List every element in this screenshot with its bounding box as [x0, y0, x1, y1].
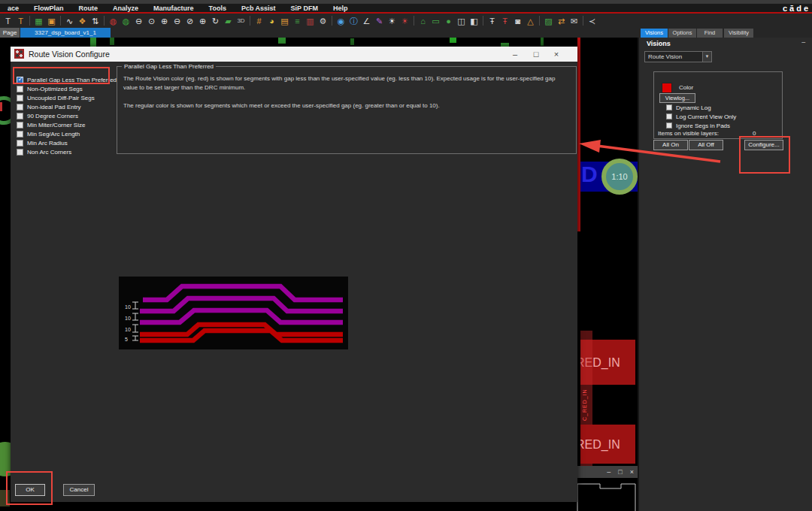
vision-item-parallel-gap-less-than-preferred[interactable]: Parallel Gap Less Than Preferred [17, 75, 117, 84]
view-3d-icon[interactable]: 3D [235, 15, 247, 27]
label-warning-icon[interactable]: △ [524, 15, 537, 27]
text-doc-edit-icon[interactable]: T [14, 15, 27, 27]
toolbar-separator [539, 16, 540, 26]
vision-item-min-arc-radius-checkbox[interactable] [17, 140, 23, 147]
tab-page[interactable]: Page [0, 28, 20, 38]
settings-doc-icon[interactable]: ⚙ [317, 15, 329, 27]
vision-item-90-degree-corners-checkbox[interactable] [17, 113, 23, 119]
panel-tab-options[interactable]: Options [668, 29, 696, 38]
all-on-button[interactable]: All On [653, 140, 688, 150]
text-doc-icon[interactable]: T [2, 15, 14, 27]
pcb-dark-shape [0, 490, 10, 506]
vision-item-non-ideal-pad-entry[interactable]: Non-ideal Pad Entry [17, 102, 117, 111]
panel-tab-visions[interactable]: Visions [641, 29, 668, 38]
vision-item-min-arc-radius[interactable]: Min Arc Radius [17, 138, 117, 147]
panel-option-log-current-view-only[interactable]: Log Current View Only [666, 112, 736, 121]
target-green-icon[interactable]: ◍ [120, 15, 132, 27]
report-icon[interactable]: ▥ [304, 15, 317, 27]
pin-place-icon[interactable]: Ŧ [486, 15, 498, 27]
vision-item-min-seg-arc-length-label: Min Seg/Arc Length [27, 131, 80, 138]
panel-tab-find[interactable]: Find [697, 29, 723, 38]
circle-add-icon[interactable]: ● [442, 15, 455, 27]
vision-item-non-arc-corners-checkbox[interactable] [17, 149, 23, 156]
pin-delete-icon[interactable]: Ŧ [498, 15, 511, 27]
fill-contrast-icon[interactable]: ◧ [468, 15, 480, 27]
zoom-out-icon[interactable]: ⊖ [171, 15, 183, 27]
cancel-button[interactable]: Cancel [63, 484, 95, 496]
zoom-out-box-icon[interactable]: ⊖ [132, 15, 145, 27]
panel-option-log-current-view-only-checkbox[interactable] [666, 113, 672, 119]
color-wheel-icon[interactable]: ◕ [265, 15, 278, 27]
vision-item-parallel-gap-less-than-preferred-checkbox[interactable] [17, 77, 23, 83]
pin-stitch-icon[interactable]: ⇅ [89, 15, 102, 27]
pcb-3d-icon[interactable]: ▰ [222, 15, 235, 27]
panel-option-dynamic-log[interactable]: Dynamic Log [666, 103, 736, 112]
photo-doc-icon[interactable]: ▨ [542, 15, 555, 27]
description-group-title: Parallel Gap Less Than Preferred [122, 63, 216, 70]
share-icon[interactable]: ≺ [586, 15, 598, 27]
zoom-fit-icon[interactable]: ⊕ [196, 15, 209, 27]
all-off-button[interactable]: All Off [689, 140, 723, 150]
zoom-points-icon[interactable]: ⊙ [145, 15, 158, 27]
vision-item-non-ideal-pad-entry-checkbox[interactable] [17, 104, 23, 110]
chip-orange-icon[interactable]: ▣ [45, 15, 58, 27]
zoom-selection-icon[interactable]: ⊘ [183, 15, 196, 27]
mdi-minimize-button[interactable]: – [603, 468, 614, 476]
color-label: Color [679, 84, 693, 91]
vision-item-non-arc-corners[interactable]: Non Arc Corners [17, 147, 117, 156]
vision-item-90-degree-corners[interactable]: 90 Degree Corners [17, 111, 117, 120]
mdi-restore-button[interactable]: □ [614, 468, 626, 476]
panel-tab-visibility[interactable]: Visibility [724, 29, 753, 38]
vision-item-uncoupled-diff-pair-segs[interactable]: Uncoupled Diff-Pair Segs [17, 93, 117, 102]
vision-item-min-arc-radius-label: Min Arc Radius [27, 140, 68, 147]
folder-options-icon[interactable]: ▤ [278, 15, 291, 27]
dehighlight-icon[interactable]: ☀ [398, 15, 411, 27]
note-add-icon[interactable]: ▭ [429, 15, 442, 27]
swap-icon[interactable]: ⇄ [555, 15, 568, 27]
visibility-eye-icon[interactable]: ◉ [335, 15, 347, 27]
panel-option-dynamic-log-label: Dynamic Log [676, 104, 711, 111]
dialog-close-button[interactable]: × [549, 48, 564, 60]
mdi-close-button[interactable]: × [626, 468, 638, 476]
doc-info-icon[interactable]: ⓘ [347, 15, 360, 27]
vision-item-min-seg-arc-length-checkbox[interactable] [17, 131, 23, 138]
redraw-icon[interactable]: ↻ [209, 15, 222, 27]
dialog-title-bar[interactable]: Route Vision Configure – □ × [11, 47, 577, 62]
measure-icon[interactable]: ∠ [360, 15, 373, 27]
configure-button[interactable]: Configure... [744, 140, 783, 150]
shape-add-icon[interactable]: ⌂ [417, 15, 429, 27]
grab-hand-icon[interactable]: ❖ [76, 15, 89, 27]
grid-icon[interactable]: # [253, 15, 265, 27]
highlight-icon[interactable]: ☀ [386, 15, 398, 27]
vision-item-non-optimized-segs[interactable]: Non-Optimized Segs [17, 84, 117, 93]
vision-color-swatch[interactable] [662, 83, 672, 93]
panel-option-dynamic-log-checkbox[interactable] [666, 104, 672, 110]
vision-item-non-optimized-segs-checkbox[interactable] [17, 86, 23, 92]
dialog-maximize-button[interactable]: □ [529, 48, 544, 60]
dialog-minimize-button[interactable]: – [508, 48, 523, 60]
target-red-icon[interactable]: ◍ [107, 15, 120, 27]
artwork-brush-icon[interactable]: ✎ [373, 15, 386, 27]
panel-option-list: Dynamic LogLog Current View OnlyIgnore S… [666, 103, 736, 130]
message-icon[interactable]: ✉ [568, 15, 580, 27]
toolbar-separator [29, 16, 30, 26]
board-green-icon[interactable]: ▦ [32, 15, 45, 27]
vision-item-min-seg-arc-length[interactable]: Min Seg/Arc Length [17, 129, 117, 138]
panel-collapse-button[interactable]: − [801, 38, 806, 47]
zoom-in-icon[interactable]: ⊕ [158, 15, 171, 27]
tab-board-active[interactable]: 3327_dsp_board_v1_1 [20, 28, 111, 38]
dialog-body: Parallel Gap Less Than PreferredNon-Opti… [11, 62, 577, 502]
viewlog-button[interactable]: Viewlog... [659, 93, 695, 103]
vision-item-min-miter-corner-size-checkbox[interactable] [17, 122, 23, 129]
route-curve-icon[interactable]: ∿ [63, 15, 76, 27]
board-outline [575, 478, 638, 511]
panel-option-ignore-segs-in-pads[interactable]: Ignore Segs in Pads [666, 121, 736, 130]
vision-type-dropdown[interactable]: Route Vision ▼ [644, 51, 712, 62]
panel-option-ignore-segs-in-pads-checkbox[interactable] [666, 122, 672, 129]
ok-button[interactable]: OK [15, 484, 45, 496]
vision-item-uncoupled-diff-pair-segs-checkbox[interactable] [17, 95, 23, 101]
layers-icon[interactable]: ≡ [291, 15, 304, 27]
vision-item-min-miter-corner-size[interactable]: Min Miter/Corner Size [17, 120, 117, 129]
frame-icon[interactable]: ◫ [455, 15, 468, 27]
snapshot-icon[interactable]: ◙ [511, 15, 524, 27]
